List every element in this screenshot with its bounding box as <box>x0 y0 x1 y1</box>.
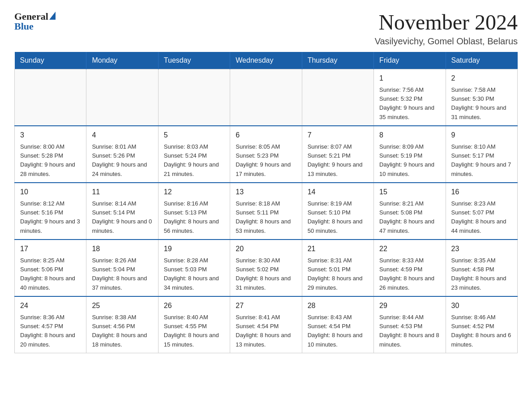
day-number: 30 <box>451 300 512 311</box>
day-info: Sunrise: 8:25 AMSunset: 5:06 PMDaylight:… <box>20 257 75 291</box>
calendar-cell: 30Sunrise: 8:46 AMSunset: 4:52 PMDayligh… <box>446 296 517 353</box>
day-number: 1 <box>379 73 440 84</box>
day-info: Sunrise: 8:30 AMSunset: 5:02 PMDaylight:… <box>236 257 291 291</box>
calendar-week-row: 3Sunrise: 8:00 AMSunset: 5:28 PMDaylight… <box>15 126 518 183</box>
calendar-header-tuesday: Tuesday <box>158 52 230 69</box>
day-number: 20 <box>236 244 296 254</box>
day-info: Sunrise: 8:43 AMSunset: 4:54 PMDaylight:… <box>308 314 363 348</box>
calendar-week-row: 1Sunrise: 7:56 AMSunset: 5:32 PMDaylight… <box>15 69 518 126</box>
day-number: 5 <box>164 130 224 141</box>
calendar-cell: 18Sunrise: 8:26 AMSunset: 5:04 PMDayligh… <box>86 240 158 296</box>
day-info: Sunrise: 8:41 AMSunset: 4:54 PMDaylight:… <box>236 314 291 348</box>
calendar-cell: 17Sunrise: 8:25 AMSunset: 5:06 PMDayligh… <box>15 240 86 296</box>
day-info: Sunrise: 8:35 AMSunset: 4:58 PMDaylight:… <box>451 257 506 291</box>
calendar-cell: 28Sunrise: 8:43 AMSunset: 4:54 PMDayligh… <box>302 296 373 353</box>
day-info: Sunrise: 8:44 AMSunset: 4:53 PMDaylight:… <box>379 314 439 348</box>
day-info: Sunrise: 8:18 AMSunset: 5:11 PMDaylight:… <box>236 200 291 234</box>
day-number: 15 <box>379 187 440 197</box>
day-number: 17 <box>20 244 81 254</box>
calendar-cell: 7Sunrise: 8:07 AMSunset: 5:21 PMDaylight… <box>302 126 373 183</box>
calendar-cell: 9Sunrise: 8:10 AMSunset: 5:17 PMDaylight… <box>446 126 517 183</box>
day-info: Sunrise: 8:16 AMSunset: 5:13 PMDaylight:… <box>164 200 219 234</box>
day-number: 8 <box>379 130 440 141</box>
calendar-cell: 3Sunrise: 8:00 AMSunset: 5:28 PMDaylight… <box>15 126 86 183</box>
day-number: 28 <box>308 300 368 311</box>
calendar-cell: 1Sunrise: 7:56 AMSunset: 5:32 PMDaylight… <box>374 69 446 126</box>
calendar-header-row: SundayMondayTuesdayWednesdayThursdayFrid… <box>15 52 518 69</box>
calendar-cell: 29Sunrise: 8:44 AMSunset: 4:53 PMDayligh… <box>374 296 446 353</box>
day-number: 25 <box>92 300 152 311</box>
calendar-cell: 16Sunrise: 8:23 AMSunset: 5:07 PMDayligh… <box>446 183 517 240</box>
day-info: Sunrise: 8:33 AMSunset: 4:59 PMDaylight:… <box>379 257 434 291</box>
calendar-cell: 11Sunrise: 8:14 AMSunset: 5:14 PMDayligh… <box>86 183 158 240</box>
calendar-header-sunday: Sunday <box>15 52 86 69</box>
day-number: 6 <box>236 130 296 141</box>
day-info: Sunrise: 7:56 AMSunset: 5:32 PMDaylight:… <box>379 86 434 120</box>
day-info: Sunrise: 8:46 AMSunset: 4:52 PMDaylight:… <box>451 314 511 348</box>
calendar-cell: 27Sunrise: 8:41 AMSunset: 4:54 PMDayligh… <box>230 296 302 353</box>
day-info: Sunrise: 8:12 AMSunset: 5:16 PMDaylight:… <box>20 200 80 234</box>
day-info: Sunrise: 8:10 AMSunset: 5:17 PMDaylight:… <box>451 143 511 177</box>
calendar-cell <box>86 69 158 126</box>
day-info: Sunrise: 8:01 AMSunset: 5:26 PMDaylight:… <box>92 143 147 177</box>
calendar-week-row: 24Sunrise: 8:36 AMSunset: 4:57 PMDayligh… <box>15 296 518 353</box>
day-number: 2 <box>451 73 512 84</box>
title-block: November 2024 Vasilyevichy, Gomel Oblast… <box>375 11 518 47</box>
day-info: Sunrise: 8:23 AMSunset: 5:07 PMDaylight:… <box>451 200 506 234</box>
calendar-header-saturday: Saturday <box>446 52 517 69</box>
calendar-cell: 15Sunrise: 8:21 AMSunset: 5:08 PMDayligh… <box>374 183 446 240</box>
calendar-cell: 20Sunrise: 8:30 AMSunset: 5:02 PMDayligh… <box>230 240 302 296</box>
day-number: 19 <box>164 244 224 254</box>
calendar-cell <box>230 69 302 126</box>
day-info: Sunrise: 8:40 AMSunset: 4:55 PMDaylight:… <box>164 314 219 348</box>
calendar-cell: 4Sunrise: 8:01 AMSunset: 5:26 PMDaylight… <box>86 126 158 183</box>
calendar-cell <box>302 69 373 126</box>
day-number: 21 <box>308 244 368 254</box>
calendar-cell: 12Sunrise: 8:16 AMSunset: 5:13 PMDayligh… <box>158 183 230 240</box>
calendar-header-monday: Monday <box>86 52 158 69</box>
day-number: 29 <box>379 300 440 311</box>
page-header: General Blue November 2024 Vasilyevichy,… <box>14 11 518 47</box>
calendar-cell: 10Sunrise: 8:12 AMSunset: 5:16 PMDayligh… <box>15 183 86 240</box>
calendar-table: SundayMondayTuesdayWednesdayThursdayFrid… <box>14 52 518 353</box>
day-info: Sunrise: 8:31 AMSunset: 5:01 PMDaylight:… <box>308 257 363 291</box>
calendar-cell: 2Sunrise: 7:58 AMSunset: 5:30 PMDaylight… <box>446 69 517 126</box>
calendar-cell <box>15 69 86 126</box>
calendar-cell: 24Sunrise: 8:36 AMSunset: 4:57 PMDayligh… <box>15 296 86 353</box>
day-number: 9 <box>451 130 512 141</box>
calendar-week-row: 17Sunrise: 8:25 AMSunset: 5:06 PMDayligh… <box>15 240 518 296</box>
day-info: Sunrise: 8:19 AMSunset: 5:10 PMDaylight:… <box>308 200 363 234</box>
day-number: 7 <box>308 130 368 141</box>
day-info: Sunrise: 8:28 AMSunset: 5:03 PMDaylight:… <box>164 257 219 291</box>
calendar-cell: 22Sunrise: 8:33 AMSunset: 4:59 PMDayligh… <box>374 240 446 296</box>
calendar-week-row: 10Sunrise: 8:12 AMSunset: 5:16 PMDayligh… <box>15 183 518 240</box>
calendar-cell: 8Sunrise: 8:09 AMSunset: 5:19 PMDaylight… <box>374 126 446 183</box>
calendar-cell: 13Sunrise: 8:18 AMSunset: 5:11 PMDayligh… <box>230 183 302 240</box>
day-info: Sunrise: 8:36 AMSunset: 4:57 PMDaylight:… <box>20 314 75 348</box>
day-number: 18 <box>92 244 152 254</box>
calendar-cell: 25Sunrise: 8:38 AMSunset: 4:56 PMDayligh… <box>86 296 158 353</box>
day-number: 10 <box>20 187 81 197</box>
day-number: 16 <box>451 187 512 197</box>
day-number: 3 <box>20 130 81 141</box>
calendar-cell: 23Sunrise: 8:35 AMSunset: 4:58 PMDayligh… <box>446 240 517 296</box>
day-info: Sunrise: 8:09 AMSunset: 5:19 PMDaylight:… <box>379 143 434 177</box>
calendar-cell: 14Sunrise: 8:19 AMSunset: 5:10 PMDayligh… <box>302 183 373 240</box>
day-info: Sunrise: 8:26 AMSunset: 5:04 PMDaylight:… <box>92 257 147 291</box>
day-number: 12 <box>164 187 224 197</box>
day-number: 13 <box>236 187 296 197</box>
logo: General Blue <box>14 11 56 32</box>
calendar-cell: 5Sunrise: 8:03 AMSunset: 5:24 PMDaylight… <box>158 126 230 183</box>
day-info: Sunrise: 8:00 AMSunset: 5:28 PMDaylight:… <box>20 143 75 177</box>
calendar-header-wednesday: Wednesday <box>230 52 302 69</box>
day-info: Sunrise: 8:38 AMSunset: 4:56 PMDaylight:… <box>92 314 147 348</box>
calendar-cell: 6Sunrise: 8:05 AMSunset: 5:23 PMDaylight… <box>230 126 302 183</box>
month-year-title: November 2024 <box>375 11 518 34</box>
calendar-header-thursday: Thursday <box>302 52 373 69</box>
calendar-cell: 19Sunrise: 8:28 AMSunset: 5:03 PMDayligh… <box>158 240 230 296</box>
calendar-cell <box>158 69 230 126</box>
location-subtitle: Vasilyevichy, Gomel Oblast, Belarus <box>375 36 518 47</box>
day-info: Sunrise: 8:21 AMSunset: 5:08 PMDaylight:… <box>379 200 434 234</box>
day-info: Sunrise: 7:58 AMSunset: 5:30 PMDaylight:… <box>451 86 506 120</box>
day-info: Sunrise: 8:03 AMSunset: 5:24 PMDaylight:… <box>164 143 219 177</box>
